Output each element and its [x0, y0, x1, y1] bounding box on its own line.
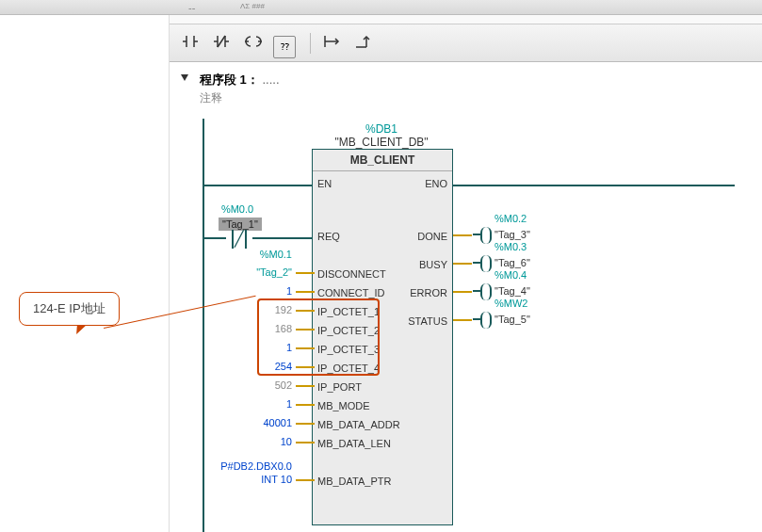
contact-no-button[interactable]	[179, 32, 202, 55]
pin	[296, 479, 315, 481]
mbmode-val[interactable]: 1	[226, 398, 292, 410]
done-addr: %M0.2	[494, 213, 527, 224]
port-en: EN	[317, 178, 332, 189]
status-tag[interactable]: "Tag_5"	[494, 314, 530, 325]
port-req: REQ	[317, 231, 340, 242]
port-disconnect: DISCONNECT	[317, 268, 386, 280]
network-title: 程序段 1： .....	[200, 72, 280, 89]
db-name: "MB_CLIENT_DB"	[287, 136, 476, 149]
port-mb-data-addr: MB_DATA_ADDR	[317, 419, 400, 430]
top-bar: -- ΛΣ ###	[0, 0, 762, 15]
connect-id-val[interactable]: 1	[226, 285, 292, 297]
ipport-val[interactable]: 502	[226, 379, 292, 391]
nc-contact[interactable]: ╱	[226, 228, 252, 250]
power-rail	[203, 119, 204, 532]
pin	[453, 319, 472, 321]
done-tag[interactable]: "Tag_3"	[494, 229, 530, 240]
error-addr: %M0.4	[494, 269, 527, 281]
coil-icon	[244, 33, 263, 50]
mbaddr-val[interactable]: 40001	[226, 417, 292, 428]
contact-nc-icon	[212, 33, 231, 50]
port-mb-data-ptr: MB_DATA_PTR	[317, 476, 391, 487]
port-eno: ENO	[425, 178, 447, 189]
collapse-triangle-icon[interactable]	[181, 74, 188, 81]
network-comment[interactable]: 注释	[200, 90, 222, 106]
block-title: MB_CLIENT	[313, 150, 452, 171]
close-branch-icon	[353, 33, 372, 50]
open-branch-button[interactable]	[320, 32, 343, 55]
mbptr-val[interactable]: P#DB2.DBX0.0	[207, 460, 292, 472]
busy-terminal	[480, 255, 492, 272]
pin	[296, 442, 315, 443]
wire-eno	[452, 185, 735, 186]
open-branch-icon	[322, 33, 341, 50]
callout-text: 124-E IP地址	[33, 301, 105, 315]
db-address: %DB1	[287, 122, 476, 136]
ip-highlight-box	[257, 298, 380, 376]
disconnect-val[interactable]: "Tag_2"	[226, 266, 292, 278]
pin	[453, 234, 472, 236]
mbptr-val2[interactable]: INT 10	[207, 474, 292, 485]
top-bar-text2: ΛΣ ###	[240, 2, 265, 10]
coil-button[interactable]	[242, 32, 265, 55]
contact-slash-icon: ╱	[234, 230, 245, 249]
wire-en	[203, 185, 312, 186]
svg-line-8	[218, 36, 225, 47]
close-branch-button[interactable]	[351, 32, 374, 55]
pin	[296, 272, 315, 274]
top-bar-text: --	[188, 2, 195, 13]
ladder-canvas[interactable]: %DB1 "MB_CLIENT_DB" MB_CLIENT EN REQ DIS…	[179, 109, 753, 532]
empty-box-icon: ⁇	[281, 41, 289, 52]
status-addr: %MW2	[494, 298, 527, 309]
mblen-val[interactable]: 10	[226, 436, 292, 447]
port-status: STATUS	[408, 315, 447, 327]
done-terminal	[480, 227, 492, 244]
req-tag-addr: %M0.0	[209, 203, 266, 215]
pin	[296, 404, 315, 406]
ladder-toolbar: ⁇	[170, 24, 762, 62]
port-mb-data-len: MB_DATA_LEN	[317, 438, 391, 449]
error-tag[interactable]: "Tag_4"	[494, 285, 530, 297]
pin	[453, 291, 472, 293]
wire-req-1	[203, 237, 226, 239]
port-mb-mode: MB_MODE	[317, 400, 370, 411]
port-busy: BUSY	[419, 259, 447, 270]
ip-callout: 124-E IP地址	[19, 292, 120, 326]
divider-horizontal	[170, 15, 762, 24]
contact-no-icon	[181, 33, 200, 50]
contact-nc-button[interactable]	[210, 32, 233, 55]
port-error: ERROR	[410, 287, 447, 298]
wire-req-2	[252, 237, 312, 239]
port-done: DONE	[417, 231, 447, 242]
pin	[296, 385, 315, 387]
network-header[interactable]: 程序段 1： .....	[181, 72, 753, 89]
status-terminal	[480, 312, 492, 329]
port-ip-port: IP_PORT	[317, 381, 362, 393]
port-connect-id: CONNECT_ID	[317, 287, 385, 298]
error-terminal	[480, 283, 492, 300]
busy-tag[interactable]: "Tag_6"	[494, 257, 530, 268]
disconnect-addr: %M0.1	[235, 249, 292, 260]
toolbar-separator	[310, 33, 311, 54]
pin	[296, 291, 315, 293]
pin	[296, 423, 315, 425]
contact-bar	[245, 230, 247, 249]
ladder-editor[interactable]: 程序段 1： ..... 注释 %DB1 "MB_CLIENT_DB" MB_C…	[170, 62, 762, 532]
empty-box-button[interactable]: ⁇	[273, 36, 296, 58]
busy-addr: %M0.3	[494, 241, 527, 252]
left-gutter	[0, 15, 170, 532]
pin	[453, 263, 472, 265]
